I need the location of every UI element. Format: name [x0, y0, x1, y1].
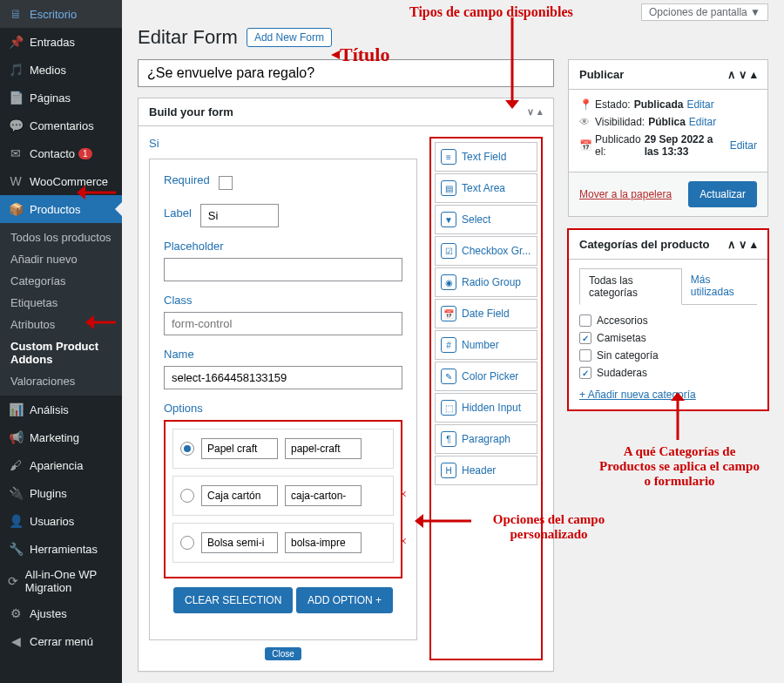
option-delete-icon[interactable]: ×	[400, 534, 407, 548]
option-radio[interactable]	[180, 442, 194, 456]
sidebar-sub-categorías[interactable]: Categorías	[0, 270, 122, 292]
option-value-input[interactable]	[285, 485, 362, 506]
chevron-up-icon[interactable]: ∧	[727, 238, 736, 251]
sidebar-sub-valoraciones[interactable]: Valoraciones	[0, 370, 122, 392]
add-category-link[interactable]: + Añadir nueva categoría	[579, 389, 696, 401]
palette-text-field[interactable]: ≡Text Field	[435, 142, 537, 172]
category-checkbox[interactable]	[579, 349, 591, 362]
palette-date-field[interactable]: 📅Date Field	[435, 299, 537, 328]
sidebar-item-ajustes[interactable]: ⚙Ajustes	[0, 599, 122, 627]
palette-header[interactable]: HHeader	[435, 456, 537, 485]
sidebar-item-páginas[interactable]: 📄Páginas	[0, 84, 122, 112]
option-value-input[interactable]	[285, 438, 362, 459]
menu-icon: 📄	[7, 89, 24, 106]
sidebar-item-usuarios[interactable]: 👤Usuarios	[0, 507, 122, 535]
palette-number[interactable]: #Number	[435, 330, 537, 360]
published-edit-link[interactable]: Editar	[730, 139, 757, 152]
update-button[interactable]: Actualizar	[688, 181, 757, 207]
palette-paragraph[interactable]: ¶Paragraph	[435, 424, 537, 454]
field-type-icon: ⬚	[441, 400, 456, 416]
option-radio[interactable]	[180, 489, 194, 503]
palette-radio-group[interactable]: ◉Radio Group	[435, 267, 537, 297]
palette-hidden-input[interactable]: ⬚Hidden Input	[435, 393, 537, 423]
palette-checkbox-gr-[interactable]: ☑Checkbox Gr...	[435, 236, 537, 266]
sidebar-item-entradas[interactable]: 📌Entradas	[0, 28, 122, 56]
option-radio[interactable]	[180, 536, 194, 550]
sidebar-item-herramientas[interactable]: 🔧Herramientas	[0, 535, 122, 563]
palette-select[interactable]: ▼Select	[435, 205, 537, 234]
field-type-label: Radio Group	[462, 276, 521, 288]
sidebar-item-label: Apariencia	[30, 459, 83, 472]
panel-toggle-icon[interactable]: ▴	[751, 238, 757, 251]
sidebar-sub-todos-los-productos[interactable]: Todos los productos	[0, 227, 122, 248]
label-input[interactable]	[200, 204, 279, 227]
class-input[interactable]	[164, 312, 402, 335]
option-label-input[interactable]	[201, 485, 278, 506]
sidebar-item-all-in-one-wp-migration[interactable]: ⟳All-in-One WP Migration	[0, 563, 122, 599]
field-type-icon: ¶	[441, 431, 456, 447]
chevron-down-icon[interactable]: ∨	[739, 68, 747, 81]
sidebar-item-label: Análisis	[30, 403, 69, 416]
sidebar-sub-atributos[interactable]: Atributos	[0, 314, 122, 335]
sidebar-item-productos[interactable]: 📦Productos	[0, 195, 122, 223]
sidebar-rest: 📊Análisis📢Marketing🖌Apariencia🔌Plugins👤U…	[0, 396, 122, 655]
add-option-button[interactable]: ADD OPTION +	[296, 587, 393, 613]
panel-collapse-icon[interactable]: ∨	[527, 106, 534, 118]
option-value-input[interactable]	[285, 532, 362, 553]
clear-selection-button[interactable]: CLEAR SELECTION	[173, 587, 293, 613]
category-item: Sudaderas	[579, 364, 757, 382]
field-type-icon: ≡	[441, 149, 456, 165]
sidebar-item-cerrar-menú[interactable]: ◀Cerrar menú	[0, 627, 122, 655]
sidebar-item-apariencia[interactable]: 🖌Apariencia	[0, 451, 122, 479]
close-button[interactable]: Close	[265, 647, 301, 660]
screen-options-button[interactable]: Opciones de pantalla ▼	[641, 3, 768, 21]
sidebar-item-woocommerce[interactable]: WWooCommerce	[0, 167, 122, 195]
options-list: × ×	[164, 420, 402, 578]
panel-toggle-icon[interactable]: ▴	[751, 68, 757, 81]
sidebar-sub-custom-product-addons[interactable]: Custom Product Addons	[0, 335, 122, 370]
option-delete-icon[interactable]: ×	[400, 487, 407, 501]
category-checkbox[interactable]	[579, 332, 591, 344]
placeholder-input[interactable]	[164, 258, 402, 281]
chevron-down-icon[interactable]: ∨	[739, 238, 747, 251]
chevron-up-icon[interactable]: ∧	[727, 68, 736, 81]
category-label: Camisetas	[597, 332, 646, 344]
option-label-input[interactable]	[201, 532, 278, 553]
sidebar-item-contacto[interactable]: ✉Contacto1	[0, 139, 122, 167]
menu-icon: 📊	[7, 401, 24, 418]
panel-toggle-icon[interactable]: ▴	[537, 106, 543, 118]
sidebar-sub-etiquetas[interactable]: Etiquetas	[0, 292, 122, 314]
sidebar-sub-añadir-nuevo[interactable]: Añadir nuevo	[0, 248, 122, 270]
status-edit-link[interactable]: Editar	[686, 98, 713, 111]
category-list: AccesoriosCamisetasSin categoríaSudadera…	[579, 305, 757, 389]
menu-icon: 🖌	[7, 456, 24, 474]
name-input[interactable]	[164, 366, 402, 389]
sidebar-submenu-products: Todos los productosAñadir nuevoCategoría…	[0, 223, 122, 396]
sidebar-item-label: Escritorio	[30, 8, 77, 21]
sidebar-item-comentarios[interactable]: 💬Comentarios	[0, 112, 122, 139]
field-type-icon: ▤	[441, 180, 456, 196]
sidebar-item-plugins[interactable]: 🔌Plugins	[0, 479, 122, 507]
tab-all-categories[interactable]: Todas las categorías	[579, 268, 682, 305]
category-checkbox[interactable]	[579, 314, 591, 327]
field-type-label: Date Field	[462, 308, 510, 320]
required-checkbox[interactable]	[219, 176, 233, 190]
sidebar-item-medios[interactable]: 🎵Medios	[0, 56, 122, 84]
category-checkbox[interactable]	[579, 367, 591, 379]
menu-icon: ⚙	[7, 605, 24, 622]
add-new-form-button[interactable]: Add New Form	[247, 28, 332, 47]
form-title-input[interactable]	[138, 59, 554, 87]
form-builder: Si Required Label	[149, 137, 417, 660]
option-row: ×	[172, 476, 394, 516]
tab-most-used[interactable]: Más utilizadas	[682, 268, 757, 304]
option-label-input[interactable]	[201, 438, 278, 459]
sidebar-item-marketing[interactable]: 📢Marketing	[0, 423, 122, 451]
build-form-panel: Build your form ∨ ▴ Si Required	[138, 98, 554, 672]
palette-text-area[interactable]: ▤Text Area	[435, 173, 537, 203]
main-content: Opciones de pantalla ▼ Editar Form Add N…	[122, 0, 784, 683]
sidebar-item-análisis[interactable]: 📊Análisis	[0, 396, 122, 423]
sidebar-item-escritorio[interactable]: 🖥Escritorio	[0, 0, 122, 28]
palette-color-picker[interactable]: ✎Color Picker	[435, 362, 537, 391]
visibility-edit-link[interactable]: Editar	[689, 116, 716, 128]
trash-link[interactable]: Mover a la papelera	[579, 188, 672, 200]
